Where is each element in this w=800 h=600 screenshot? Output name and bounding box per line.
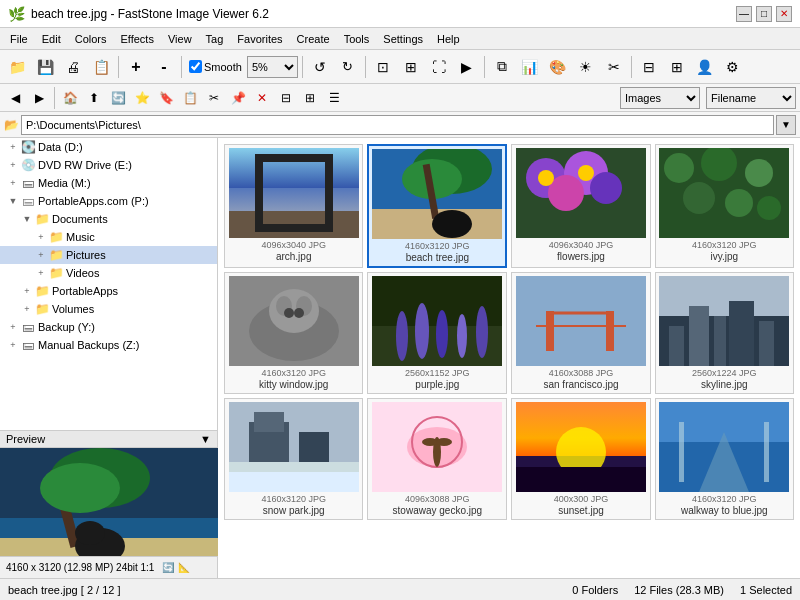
drive-icon: 💽: [20, 139, 36, 155]
fit-button[interactable]: ⊡: [370, 54, 396, 80]
sun-button[interactable]: ☀: [573, 54, 599, 80]
toggle-icon[interactable]: +: [6, 140, 20, 154]
tree-item-backup[interactable]: + 🖴 Backup (Y:): [0, 318, 217, 336]
nav-btn4[interactable]: ⭐: [131, 87, 153, 109]
crop-button[interactable]: ✂: [601, 54, 627, 80]
thumbnail1-button[interactable]: ⊟: [636, 54, 662, 80]
preview-header[interactable]: Preview ▼: [0, 430, 217, 448]
zoom-out-button[interactable]: -: [151, 54, 177, 80]
title-bar: 🌿 beach tree.jpg - FastStone Image Viewe…: [0, 0, 800, 28]
thumb-item[interactable]: 4160x3120 JPGbeach tree.jpg: [367, 144, 507, 268]
toggle-icon[interactable]: +: [34, 266, 48, 280]
filename-info: beach tree.jpg [ 2 / 12 ]: [8, 584, 121, 596]
filter-select[interactable]: Images All Files: [620, 87, 700, 109]
delete-button[interactable]: ✕: [251, 87, 273, 109]
back-button[interactable]: ◀: [4, 87, 26, 109]
save-button[interactable]: 💾: [32, 54, 58, 80]
fullscreen-button[interactable]: ⛶: [426, 54, 452, 80]
nav-btn2[interactable]: ⬆: [83, 87, 105, 109]
thumb-item[interactable]: 4096x3040 JPGflowers.jpg: [511, 144, 650, 268]
address-go-button[interactable]: ▼: [776, 115, 796, 135]
thumb-item[interactable]: 2560x1152 JPGpurple.jpg: [367, 272, 507, 394]
histogram-button[interactable]: 📊: [517, 54, 543, 80]
svg-point-43: [457, 314, 467, 358]
thumb-meta: 4096x3040 JPG: [549, 240, 614, 250]
menu-tag[interactable]: Tag: [200, 31, 230, 47]
view-btn3[interactable]: ☰: [323, 87, 345, 109]
thumb-name: purple.jpg: [415, 379, 459, 390]
menu-help[interactable]: Help: [431, 31, 466, 47]
sort-select[interactable]: Filename File Size Date Modified: [706, 87, 796, 109]
thumb-item[interactable]: 4096x3088 JPGstowaway gecko.jpg: [367, 398, 507, 520]
menu-edit[interactable]: Edit: [36, 31, 67, 47]
nav-btn8[interactable]: 📌: [227, 87, 249, 109]
minimize-button[interactable]: —: [736, 6, 752, 22]
tree-item-manual[interactable]: + 🖴 Manual Backups (Z:): [0, 336, 217, 354]
compare-button[interactable]: ⧉: [489, 54, 515, 80]
open-button[interactable]: 📁: [4, 54, 30, 80]
toggle-icon[interactable]: +: [34, 248, 48, 262]
tree-item-volumes[interactable]: + 📁 Volumes: [0, 300, 217, 318]
toggle-icon[interactable]: +: [6, 158, 20, 172]
menu-tools[interactable]: Tools: [338, 31, 376, 47]
menu-view[interactable]: View: [162, 31, 198, 47]
toggle-icon[interactable]: +: [20, 284, 34, 298]
zoom-in-button[interactable]: +: [123, 54, 149, 80]
menu-favorites[interactable]: Favorites: [231, 31, 288, 47]
thumb-item[interactable]: 4160x3120 JPGkitty window.jpg: [224, 272, 363, 394]
thumb-item[interactable]: 400x300 JPGsunset.jpg: [511, 398, 650, 520]
actual-size-button[interactable]: ⊞: [398, 54, 424, 80]
thumb-item[interactable]: 4160x3088 JPGsan francisco.jpg: [511, 272, 650, 394]
color-picker-button[interactable]: 🎨: [545, 54, 571, 80]
menu-colors[interactable]: Colors: [69, 31, 113, 47]
copy-button[interactable]: 📋: [88, 54, 114, 80]
tree-item-data[interactable]: + 💽 Data (D:): [0, 138, 217, 156]
toggle-icon[interactable]: +: [6, 176, 20, 190]
tree-item-music[interactable]: + 📁 Music: [0, 228, 217, 246]
thumb-item[interactable]: 2560x1224 JPGskyline.jpg: [655, 272, 794, 394]
toggle-icon[interactable]: +: [6, 320, 20, 334]
tree-item-videos[interactable]: + 📁 Videos: [0, 264, 217, 282]
tree-item-dvd[interactable]: + 💿 DVD RW Drive (E:): [0, 156, 217, 174]
maximize-button[interactable]: □: [756, 6, 772, 22]
menu-settings[interactable]: Settings: [377, 31, 429, 47]
thumb-item[interactable]: 4160x3120 JPGwalkway to blue.jpg: [655, 398, 794, 520]
tree-item-portableapps[interactable]: + 📁 PortableApps: [0, 282, 217, 300]
toggle-icon[interactable]: ▼: [6, 194, 20, 208]
address-input[interactable]: [21, 115, 774, 135]
settings-button[interactable]: ⚙: [720, 54, 746, 80]
tree-item-media[interactable]: + 🖴 Media (M:): [0, 174, 217, 192]
thumb-item[interactable]: 4160x3120 JPGsnow park.jpg: [224, 398, 363, 520]
menu-file[interactable]: File: [4, 31, 34, 47]
menu-create[interactable]: Create: [291, 31, 336, 47]
toggle-icon[interactable]: ▼: [20, 212, 34, 226]
smooth-checkbox[interactable]: [189, 60, 202, 73]
zoom-select[interactable]: 5%10%25%50%75%100%: [247, 56, 298, 78]
thumb-item[interactable]: 4160x3120 JPGivy.jpg: [655, 144, 794, 268]
thumbnail2-button[interactable]: ⊞: [664, 54, 690, 80]
nav-btn1[interactable]: 🏠: [59, 87, 81, 109]
thumb-item[interactable]: 4096x3040 JPGarch.jpg: [224, 144, 363, 268]
slideshow-button[interactable]: ▶: [454, 54, 480, 80]
tree-item-documents[interactable]: ▼ 📁 Documents: [0, 210, 217, 228]
rotate-right-button[interactable]: ↻: [335, 54, 361, 80]
toggle-icon[interactable]: +: [20, 302, 34, 316]
thumb-image: [228, 276, 359, 366]
view-btn1[interactable]: ⊟: [275, 87, 297, 109]
tree-item-portable[interactable]: ▼ 🖴 PortableApps.com (P:): [0, 192, 217, 210]
nav-btn6[interactable]: 📋: [179, 87, 201, 109]
print-button[interactable]: 🖨: [60, 54, 86, 80]
rotate-left-button[interactable]: ↺: [307, 54, 333, 80]
forward-button[interactable]: ▶: [28, 87, 50, 109]
thumb-name: flowers.jpg: [557, 251, 605, 262]
nav-btn5[interactable]: 🔖: [155, 87, 177, 109]
close-button[interactable]: ✕: [776, 6, 792, 22]
nav-btn7[interactable]: ✂: [203, 87, 225, 109]
toggle-icon[interactable]: +: [34, 230, 48, 244]
tree-item-pictures[interactable]: + 📁 Pictures: [0, 246, 217, 264]
nav-btn3[interactable]: 🔄: [107, 87, 129, 109]
toggle-icon[interactable]: +: [6, 338, 20, 352]
person-button[interactable]: 👤: [692, 54, 718, 80]
menu-effects[interactable]: Effects: [115, 31, 160, 47]
view-btn2[interactable]: ⊞: [299, 87, 321, 109]
